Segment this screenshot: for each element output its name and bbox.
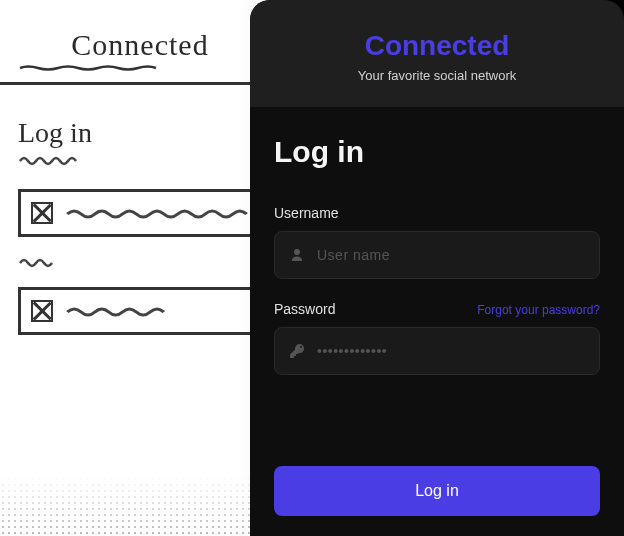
sketch-login-heading: Log in bbox=[18, 117, 262, 149]
forgot-password-link[interactable]: Forgot your password? bbox=[477, 303, 600, 317]
sketch-stipple-texture bbox=[0, 476, 260, 536]
password-input-wrap[interactable] bbox=[274, 327, 600, 375]
sketch-placeholder-scribble-icon bbox=[65, 206, 249, 220]
sketch-checkbox-icon bbox=[31, 300, 53, 322]
sketch-scribble-icon bbox=[18, 153, 78, 167]
sketch-divider bbox=[0, 82, 280, 85]
page-title: Log in bbox=[274, 135, 600, 169]
login-button[interactable]: Log in bbox=[274, 466, 600, 516]
brand-title: Connected bbox=[270, 30, 604, 62]
user-icon bbox=[289, 247, 305, 263]
username-field-group: Username bbox=[274, 205, 600, 279]
sketch-scribble-icon bbox=[18, 255, 58, 269]
password-field-group: Password Forgot your password? bbox=[274, 301, 600, 375]
app-header: Connected Your favorite social network bbox=[250, 0, 624, 107]
username-input[interactable] bbox=[317, 247, 585, 263]
sketch-brand-title: Connected bbox=[18, 28, 262, 62]
sketch-placeholder-scribble-icon bbox=[65, 304, 249, 318]
brand-tagline: Your favorite social network bbox=[270, 68, 604, 83]
key-icon bbox=[289, 343, 305, 359]
sketch-underline-icon bbox=[18, 64, 158, 72]
login-form: Log in Username Password Forgot your pas… bbox=[250, 107, 624, 536]
sketch-password-input bbox=[18, 287, 262, 335]
sketch-username-input bbox=[18, 189, 262, 237]
password-label: Password bbox=[274, 301, 335, 317]
username-label: Username bbox=[274, 205, 339, 221]
login-screen: Connected Your favorite social network L… bbox=[250, 0, 624, 536]
password-input[interactable] bbox=[317, 343, 585, 359]
username-input-wrap[interactable] bbox=[274, 231, 600, 279]
sketch-checkbox-icon bbox=[31, 202, 53, 224]
sketch-mockup: Connected Log in bbox=[0, 0, 280, 536]
